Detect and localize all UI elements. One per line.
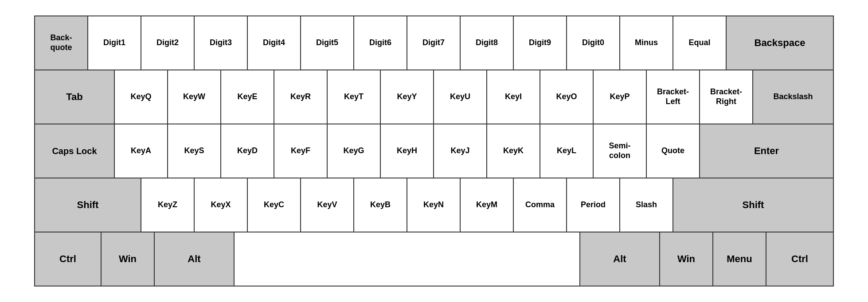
key-Caps-Lock-2-0[interactable]: Caps Lock [35, 124, 115, 178]
key-Minus-0-11[interactable]: Minus [620, 16, 673, 70]
keyboard-row-3: ShiftKeyZKeyXKeyCKeyVKeyBKeyNKeyMCommaPe… [35, 178, 833, 232]
key-space-4-3[interactable] [235, 232, 580, 286]
key-KeyG-2-5[interactable]: KeyG [328, 124, 381, 178]
key-KeyQ-1-1[interactable]: KeyQ [115, 70, 168, 124]
keyboard-row-0: Back-quoteDigit1Digit2Digit3Digit4Digit5… [35, 16, 833, 70]
key-Digit2-0-2[interactable]: Digit2 [141, 16, 195, 70]
key-KeyS-2-2[interactable]: KeyS [168, 124, 221, 178]
key-Win-4-1[interactable]: Win [102, 232, 155, 286]
key-Digit5-0-5[interactable]: Digit5 [301, 16, 354, 70]
key-KeyR-1-4[interactable]: KeyR [274, 70, 328, 124]
key-Slash-3-10[interactable]: Slash [620, 178, 673, 232]
key-KeyH-2-6[interactable]: KeyH [381, 124, 434, 178]
key-KeyB-3-5[interactable]: KeyB [354, 178, 407, 232]
key-Digit1-0-1[interactable]: Digit1 [88, 16, 141, 70]
key-Digit6-0-6[interactable]: Digit6 [354, 16, 407, 70]
key-Equal-0-12[interactable]: Equal [673, 16, 727, 70]
key-Semi--colon-2-10[interactable]: Semi-colon [594, 124, 647, 178]
key-Alt-4-4[interactable]: Alt [580, 232, 660, 286]
key-KeyC-3-3[interactable]: KeyC [248, 178, 301, 232]
key-KeyA-2-1[interactable]: KeyA [115, 124, 168, 178]
key-Period-3-9[interactable]: Period [567, 178, 620, 232]
key-KeyY-1-6[interactable]: KeyY [381, 70, 434, 124]
key-Digit8-0-8[interactable]: Digit8 [461, 16, 514, 70]
key-Back--quote-0-0[interactable]: Back-quote [35, 16, 88, 70]
key-Alt-4-2[interactable]: Alt [155, 232, 235, 286]
key-KeyX-3-2[interactable]: KeyX [195, 178, 248, 232]
key-Backspace-0-13[interactable]: Backspace [727, 16, 833, 70]
key-KeyJ-2-7[interactable]: KeyJ [434, 124, 487, 178]
key-KeyW-1-2[interactable]: KeyW [168, 70, 221, 124]
keyboard-row-2: Caps LockKeyAKeySKeyDKeyFKeyGKeyHKeyJKey… [35, 124, 833, 178]
key-KeyV-3-4[interactable]: KeyV [301, 178, 354, 232]
key-KeyP-1-10[interactable]: KeyP [594, 70, 647, 124]
key-Bracket--Right-1-12[interactable]: Bracket-Right [700, 70, 753, 124]
key-Comma-3-8[interactable]: Comma [514, 178, 567, 232]
key-KeyN-3-6[interactable]: KeyN [407, 178, 461, 232]
key-KeyL-2-9[interactable]: KeyL [540, 124, 594, 178]
key-KeyM-3-7[interactable]: KeyM [461, 178, 514, 232]
key-Win-4-5[interactable]: Win [660, 232, 713, 286]
key-KeyD-2-3[interactable]: KeyD [221, 124, 274, 178]
key-Digit9-0-9[interactable]: Digit9 [514, 16, 567, 70]
key-KeyT-1-5[interactable]: KeyT [328, 70, 381, 124]
key-KeyI-1-8[interactable]: KeyI [487, 70, 540, 124]
key-Bracket--Left-1-11[interactable]: Bracket-Left [647, 70, 700, 124]
key-KeyK-2-8[interactable]: KeyK [487, 124, 540, 178]
key-Shift-3-0[interactable]: Shift [35, 178, 141, 232]
key-KeyZ-3-1[interactable]: KeyZ [141, 178, 195, 232]
key-Enter-2-12[interactable]: Enter [700, 124, 833, 178]
key-Digit7-0-7[interactable]: Digit7 [407, 16, 461, 70]
key-KeyE-1-3[interactable]: KeyE [221, 70, 274, 124]
key-Shift-3-11[interactable]: Shift [673, 178, 833, 232]
keyboard: Back-quoteDigit1Digit2Digit3Digit4Digit5… [34, 15, 834, 287]
key-KeyF-2-4[interactable]: KeyF [274, 124, 328, 178]
key-Ctrl-4-7[interactable]: Ctrl [766, 232, 833, 286]
key-KeyU-1-7[interactable]: KeyU [434, 70, 487, 124]
key-Digit3-0-3[interactable]: Digit3 [195, 16, 248, 70]
key-Backslash-1-13[interactable]: Backslash [753, 70, 833, 124]
key-Digit0-0-10[interactable]: Digit0 [567, 16, 620, 70]
key-Ctrl-4-0[interactable]: Ctrl [35, 232, 102, 286]
key-Tab-1-0[interactable]: Tab [35, 70, 115, 124]
keyboard-row-4: CtrlWinAltAltWinMenuCtrl [35, 232, 833, 286]
key-KeyO-1-9[interactable]: KeyO [540, 70, 594, 124]
keyboard-row-1: TabKeyQKeyWKeyEKeyRKeyTKeyYKeyUKeyIKeyOK… [35, 70, 833, 124]
key-Digit4-0-4[interactable]: Digit4 [248, 16, 301, 70]
key-Quote-2-11[interactable]: Quote [647, 124, 700, 178]
key-Menu-4-6[interactable]: Menu [713, 232, 766, 286]
